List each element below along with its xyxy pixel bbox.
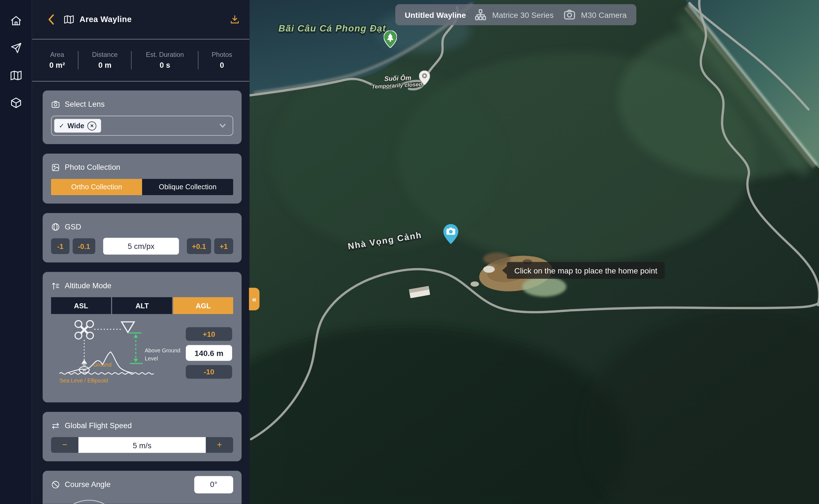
download-icon[interactable] [229, 14, 240, 25]
altitude-plus-10-button[interactable]: +10 [186, 327, 232, 341]
viewpoint-camera-pin[interactable] [443, 224, 459, 244]
speed-plus-button[interactable]: + [206, 437, 233, 453]
camera-icon [51, 100, 60, 109]
select-lens-title: Select Lens [65, 100, 105, 108]
gsd-plus-01-button[interactable]: +0.1 [187, 238, 211, 254]
speed-input[interactable] [78, 437, 206, 453]
cube-icon[interactable] [10, 97, 22, 109]
speed-minus-button[interactable]: − [51, 437, 78, 453]
park-pin[interactable] [384, 30, 397, 48]
stat-label: Est. Duration [146, 51, 184, 58]
page-title: Area Wayline [79, 15, 229, 24]
oblique-collection-button[interactable]: Oblique Collection [142, 179, 233, 195]
map-icon[interactable] [10, 69, 22, 81]
wayline-name: Untitled Wayline [405, 10, 466, 19]
course-angle-title: Course Angle [65, 480, 110, 489]
camera-model-icon [563, 8, 576, 21]
map-tooltip: Click on the map to place the home point [507, 262, 665, 279]
panel-collapse-handle[interactable]: « [249, 288, 260, 310]
remove-lens-icon[interactable]: ✕ [88, 121, 96, 130]
satellite-terrain [249, 0, 819, 504]
course-angle-input[interactable] [194, 476, 233, 493]
panel-header: Area Wayline [32, 0, 249, 40]
stat-photos: Photos 0 [198, 51, 245, 69]
flight-speed-title: Global Flight Speed [65, 421, 132, 430]
stat-value: 0 m [98, 61, 111, 69]
altitude-mode-card: Altitude Mode ASL ALT AGL [43, 272, 241, 403]
altitude-input[interactable] [186, 345, 232, 361]
send-icon[interactable] [10, 42, 22, 54]
select-lens-card: Select Lens ✓ Wide ✕ [43, 91, 241, 144]
chevron-down-icon [219, 122, 226, 129]
lens-select[interactable]: ✓ Wide ✕ [51, 116, 233, 136]
mission-stats: Area 0 m² Distance 0 m Est. Duration 0 s… [32, 40, 249, 82]
mission-panel: Area Wayline Area 0 m² Distance 0 m Est.… [32, 0, 249, 504]
altitude-mode-segments: ASL ALT AGL [51, 297, 233, 314]
course-angle-card: Course Angle N 33 3 [43, 471, 241, 504]
stream-pin[interactable] [419, 71, 430, 85]
altitude-mode-title: Altitude Mode [65, 281, 111, 290]
map-canvas[interactable]: Bãi Câu Cá Phong Đạt Suối Ôm Temporarily… [249, 0, 819, 504]
panel-body: Select Lens ✓ Wide ✕ [32, 81, 249, 504]
image-icon [51, 163, 60, 172]
gsd-input[interactable] [103, 238, 179, 255]
drone-hierarchy-icon [474, 8, 487, 21]
check-icon: ✓ [59, 122, 64, 129]
altitude-icon [51, 281, 60, 290]
gsd-plus-1-button[interactable]: +1 [214, 238, 233, 254]
wayline-map-icon [64, 14, 74, 25]
stat-distance: Distance 0 m [78, 51, 131, 69]
altitude-diagram: Above Ground Level H Ground [51, 315, 233, 394]
compass-dial[interactable]: N 33 3 [51, 495, 127, 504]
flight-speed-card: Global Flight Speed − + [43, 412, 241, 461]
collection-toggle: Ortho Collection Oblique Collection [51, 179, 233, 195]
agl-label-line1: Above Ground [145, 347, 180, 353]
photo-collection-title: Photo Collection [65, 163, 120, 171]
lens-chip-label: Wide [67, 122, 84, 130]
speed-arrows-icon [51, 421, 60, 430]
course-angle-icon [51, 480, 60, 489]
photo-collection-card: Photo Collection Ortho Collection Obliqu… [43, 154, 241, 203]
agl-button[interactable]: AGL [173, 297, 233, 314]
nav-rail [0, 0, 32, 504]
agl-label-line2: Level [145, 355, 158, 362]
speed-stepper: − + [51, 437, 233, 453]
camera-model: M30 Camera [581, 10, 627, 19]
home-icon[interactable] [10, 15, 22, 27]
lens-chip[interactable]: ✓ Wide ✕ [54, 119, 101, 132]
stat-value: 0 s [159, 61, 170, 69]
globe-icon [51, 222, 60, 231]
stat-label: Area [50, 51, 64, 58]
stat-value: 0 m² [49, 61, 65, 69]
back-button[interactable] [47, 14, 55, 25]
drone-model: Matrice 30 Series [492, 10, 554, 19]
gsd-card: GSD -1 -0.1 +0.1 +1 [43, 213, 241, 262]
gsd-minus-01-button[interactable]: -0.1 [72, 238, 95, 254]
gsd-title: GSD [65, 222, 81, 231]
stat-area: Area 0 m² [36, 51, 78, 69]
stat-duration: Est. Duration 0 s [131, 51, 198, 69]
home-marker-label: H [83, 368, 86, 372]
alt-button[interactable]: ALT [112, 297, 172, 314]
altitude-diagram-drawing: Above Ground Level H Ground [51, 315, 188, 394]
sea-level-label: Sea Leve / Ellipsoid [59, 377, 108, 384]
altitude-minus-10-button[interactable]: -10 [186, 365, 232, 379]
gsd-minus-1-button[interactable]: -1 [51, 238, 69, 254]
ortho-collection-button[interactable]: Ortho Collection [51, 179, 142, 195]
stat-value: 0 [220, 61, 224, 69]
mission-toolbar[interactable]: Untitled Wayline Matrice 30 Series M30 C… [395, 4, 636, 25]
app-window: Area Wayline Area 0 m² Distance 0 m Est.… [0, 0, 819, 504]
stat-label: Distance [92, 51, 118, 58]
stat-label: Photos [212, 51, 232, 58]
asl-button[interactable]: ASL [51, 297, 111, 314]
